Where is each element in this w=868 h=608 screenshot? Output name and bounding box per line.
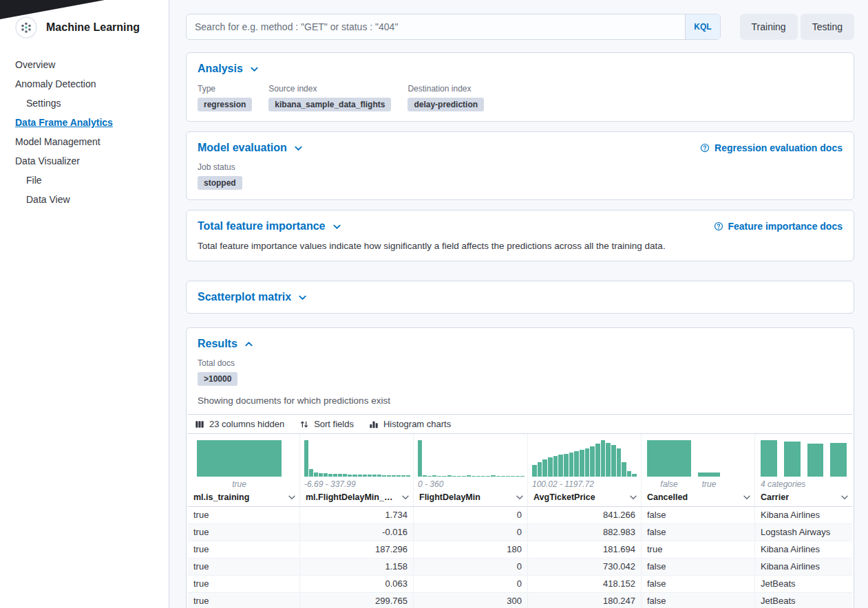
column-actions-chevron-icon[interactable] [840, 492, 849, 502]
feature-importance-docs-link[interactable]: Feature importance docs [714, 221, 843, 232]
column-header: FlightDelayMin [414, 491, 527, 506]
grid-cell[interactable]: 181.694 [528, 541, 642, 558]
grid-cell[interactable]: 1.734 [300, 507, 414, 523]
histogram-bar [585, 448, 590, 477]
sort-fields-button[interactable]: Sort fields [299, 419, 354, 429]
grid-cell[interactable]: true [188, 507, 300, 523]
sidebar-item-overview[interactable]: Overview [0, 55, 169, 74]
job-status-label: Job status [198, 162, 843, 172]
model-evaluation-section-toggle[interactable]: Model evaluation [198, 142, 304, 154]
grid-cell[interactable]: -0.016 [300, 524, 414, 541]
grid-cell[interactable]: true [188, 558, 300, 575]
job-status-badge: stopped [198, 176, 242, 190]
analysis-field-type: Typeregression [198, 84, 252, 111]
grid-cell[interactable]: 0 [414, 558, 528, 575]
training-button[interactable]: Training [740, 14, 798, 40]
grid-cell[interactable]: 1.158 [300, 558, 414, 575]
grid-cell[interactable]: 187.296 [300, 541, 414, 558]
scatterplot-section-toggle[interactable]: Scatterplot matrix [198, 291, 308, 303]
sidebar-item-data-visualizer[interactable]: Data Visualizer [0, 151, 169, 171]
grid-cell[interactable]: 0 [414, 576, 528, 592]
sort-fields-label: Sort fields [314, 419, 354, 429]
grid-row: true1.1580730.042falseKibana Airlines [188, 558, 852, 576]
feature-importance-panel: Total feature importance Feature importa… [186, 210, 854, 261]
grid-cell[interactable]: false [642, 507, 755, 523]
grid-body: true1.7340841.266falseKibana Airlinestru… [188, 507, 852, 608]
grid-cell[interactable]: 0.063 [300, 576, 414, 592]
grid-cell[interactable]: true [642, 541, 755, 558]
histogram-charts-button[interactable]: Histogram charts [369, 419, 451, 429]
column-histogram [528, 434, 641, 477]
grid-cell[interactable]: 180.247 [528, 593, 642, 608]
grid-cell[interactable]: false [642, 558, 755, 575]
column-range-label: falsetrue [642, 477, 754, 491]
histogram-icon [369, 420, 379, 429]
sidebar-item-file[interactable]: File [0, 171, 169, 190]
column-actions-chevron-icon[interactable] [287, 492, 297, 502]
grid-cell[interactable]: true [188, 593, 300, 608]
column-histogram [300, 434, 413, 477]
search-input[interactable] [187, 14, 685, 39]
column-actions-chevron-icon[interactable] [515, 492, 525, 502]
grid-cell[interactable]: false [642, 593, 755, 608]
histogram-bar [627, 471, 632, 477]
kql-button[interactable]: KQL [685, 14, 719, 39]
histogram-bar [542, 459, 547, 477]
grid-row: true299.765300180.247falseJetBeats [188, 593, 852, 608]
regression-evaluation-docs-link[interactable]: Regression evaluation docs [700, 142, 843, 153]
sidebar-item-data-view[interactable]: Data View [0, 190, 169, 209]
histogram-bar [784, 442, 801, 477]
histogram-bar [611, 445, 616, 477]
grid-cell[interactable]: true [188, 524, 300, 541]
mode-button-group: Training Testing [740, 14, 854, 40]
sidebar-item-model-management[interactable]: Model Management [0, 132, 169, 151]
grid-cell[interactable]: 180 [414, 541, 528, 558]
testing-button[interactable]: Testing [801, 14, 854, 40]
grid-cell[interactable]: 299.765 [300, 593, 414, 608]
model-evaluation-panel: Model evaluation Regression evaluation d… [186, 131, 854, 200]
grid-cell[interactable]: 418.152 [528, 576, 642, 592]
sidebar-item-settings[interactable]: Settings [0, 94, 169, 113]
column-actions-chevron-icon[interactable] [628, 492, 638, 502]
grid-cell[interactable]: Kibana Airlines [755, 541, 852, 558]
column-header: AvgTicketPrice [528, 491, 641, 506]
grid-cell[interactable]: JetBeats [755, 593, 852, 608]
analysis-field-destination-index: Destination indexdelay-prediction [407, 84, 484, 111]
grid-cell[interactable]: 730.042 [528, 558, 642, 575]
total-docs-field: Total docs >10000 [198, 358, 843, 386]
model-evaluation-title: Model evaluation [198, 142, 287, 154]
histogram-bar [304, 440, 308, 477]
grid-cell[interactable]: Kibana Airlines [755, 507, 852, 523]
column-actions-chevron-icon[interactable] [401, 492, 410, 502]
grid-cell[interactable]: true [188, 541, 300, 558]
grid-cell[interactable]: 841.266 [528, 507, 642, 523]
grid-cell[interactable]: 0 [414, 524, 528, 541]
grid-cell[interactable]: false [642, 524, 755, 541]
grid-cell[interactable]: 882.983 [528, 524, 642, 541]
grid-cell[interactable]: Kibana Airlines [755, 558, 852, 575]
grid-cell[interactable]: true [188, 576, 300, 592]
analysis-section-toggle[interactable]: Analysis [198, 63, 260, 75]
column-range-label: -6.69 - 337.99 [300, 477, 413, 491]
grid-cell[interactable]: 0 [414, 507, 528, 523]
feature-importance-section-toggle[interactable]: Total feature importance [198, 220, 342, 232]
feature-importance-description: Total feature importance values indicate… [198, 241, 843, 251]
columns-hidden-label: 23 columns hidden [209, 419, 284, 429]
grid-cell[interactable]: Logstash Airways [755, 524, 852, 541]
sidebar-item-anomaly-detection[interactable]: Anomaly Detection [0, 74, 169, 94]
results-section-toggle[interactable]: Results [198, 338, 254, 350]
column-actions-chevron-icon[interactable] [742, 492, 752, 502]
sidebar-item-data-frame-analytics[interactable]: Data Frame Analytics [0, 113, 169, 132]
analysis-field-source-index: Source indexkibana_sample_data_flights [268, 84, 391, 111]
histogram-bar [761, 440, 777, 477]
columns-icon [195, 420, 204, 429]
scatterplot-matrix-panel: Scatterplot matrix [186, 281, 854, 314]
grid-cell[interactable]: false [642, 576, 755, 592]
column-name: Cancelled [647, 492, 739, 502]
histogram-bar [580, 450, 584, 477]
column-name: ml.is_training [193, 492, 284, 502]
grid-cell[interactable]: JetBeats [755, 576, 852, 592]
columns-hidden-button[interactable]: 23 columns hidden [195, 419, 284, 429]
chevron-down-icon [293, 143, 304, 153]
grid-cell[interactable]: 300 [414, 593, 528, 608]
